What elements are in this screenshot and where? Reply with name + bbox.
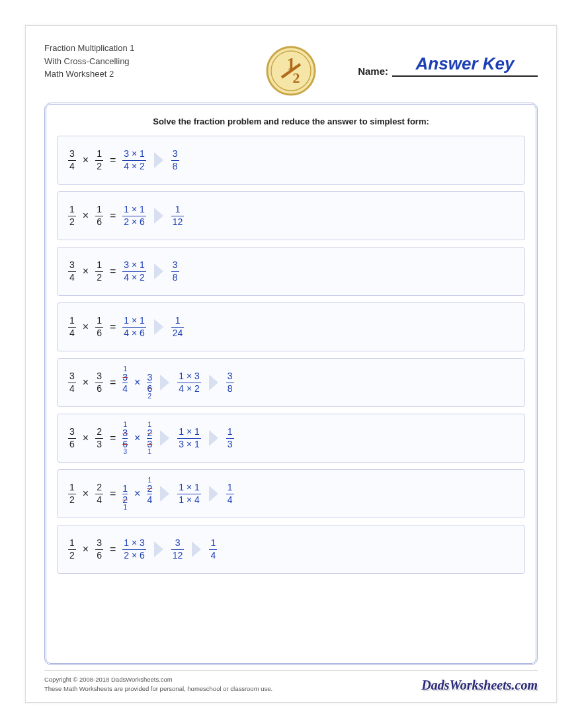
fraction: 36 [95,538,103,561]
cancel-fraction: 1363 [122,422,128,455]
arrow-icon [192,541,201,557]
fraction: 14 [226,482,234,505]
fraction: 1 × 11 × 4 [177,482,201,505]
fraction: 12 [95,260,103,283]
header: Fraction Multiplication 1 With Cross-Can… [44,42,538,114]
times-icon: × [81,210,90,222]
times-icon: × [81,488,90,500]
times-icon: × [81,154,90,166]
fraction: 1 × 34 × 2 [177,371,201,394]
fraction: 1 × 13 × 1 [177,427,201,449]
problem-row: 34× 12= 3 × 14 × 2 38 [57,247,525,296]
name-value: Answer Key [392,54,538,77]
fraction: 3 × 14 × 2 [122,260,146,283]
fraction: 12 [68,205,76,227]
fraction: 38 [171,260,179,283]
footer: Copyright © 2008-2018 DadsWorksheets.com… [44,670,538,693]
worksheet-page: Fraction Multiplication 1 With Cross-Can… [25,25,557,703]
times-icon: × [133,488,142,500]
arrow-icon [160,375,169,390]
times-icon: × [81,432,90,444]
arrow-icon [154,319,163,335]
fraction: 124 [171,316,185,338]
times-icon: × [133,377,142,388]
fraction: 36 [95,371,103,394]
name-label: Name: [358,66,388,77]
fraction: 312 [171,538,185,561]
footer-logo: DadsWorksheets.com [421,678,538,693]
equals-icon: = [108,432,117,444]
fraction: 12 [68,482,76,505]
fraction: 34 [68,149,76,171]
instruction: Solve the fraction problem and reduce th… [57,116,525,126]
title-line-2: With Cross-Cancelling [44,55,135,68]
fraction: 34 [68,260,76,283]
problem-row: 14× 16= 1 × 14 × 6 124 [57,302,525,351]
equals-icon: = [108,265,117,277]
fraction: 14 [68,316,76,338]
times-icon: × [81,377,90,388]
fraction: 16 [95,205,103,227]
arrow-icon [154,208,163,224]
fraction: 23 [95,427,103,449]
arrow-icon [154,541,163,557]
times-icon: × [81,321,90,333]
fraction: 14 [209,538,217,561]
equals-icon: = [108,210,117,222]
fraction: 24 [95,482,103,505]
footer-note: These Math Worksheets are provided for p… [44,684,272,693]
title-line-1: Fraction Multiplication 1 [44,42,135,55]
cancel-fraction: 124 [147,477,152,511]
name-block: Name: Answer Key [358,54,538,77]
problem-row: 34× 36= 134 × 362 1 × 34 × 2 38 [57,358,525,407]
worksheet-frame: Solve the fraction problem and reduce th… [44,103,538,665]
equals-icon: = [108,543,117,555]
arrow-icon [154,263,163,279]
cancel-fraction: 1231 [147,422,152,455]
arrow-icon [154,152,163,168]
fraction: 12 [68,538,76,561]
fraction: 1 × 32 × 6 [122,538,146,561]
arrow-icon [160,430,169,446]
arrow-icon [209,375,218,390]
title-block: Fraction Multiplication 1 With Cross-Can… [44,42,135,81]
equals-icon: = [108,321,117,333]
fraction: 1 × 12 × 6 [122,205,146,227]
svg-text:2: 2 [293,69,300,86]
fraction: 34 [68,371,76,394]
times-icon: × [81,543,90,555]
footer-text: Copyright © 2008-2018 DadsWorksheets.com… [44,675,272,693]
times-icon: × [133,432,142,444]
times-icon: × [81,265,90,277]
problem-row: 34× 12= 3 × 14 × 2 38 [57,136,525,185]
fraction: 38 [226,371,234,394]
problem-row: 12× 16= 1 × 12 × 6 112 [57,191,525,240]
arrow-icon [209,430,218,446]
problem-row: 12× 24= 121× 124 1 × 11 × 4 14 [57,469,525,518]
arrow-icon [209,486,218,502]
fraction: 38 [171,149,179,171]
fraction: 1 × 14 × 6 [122,316,146,338]
fraction: 36 [68,427,76,449]
problem-row: 36× 23= 1363× 1231 1 × 13 × 1 13 [57,414,525,463]
fraction: 13 [226,427,234,449]
cancel-fraction: 362 [147,366,152,400]
copyright: Copyright © 2008-2018 DadsWorksheets.com [44,675,272,684]
problem-row: 12× 36= 1 × 32 × 6 312 14 [57,525,525,574]
fraction-badge-icon: 1 2 [265,44,317,97]
cancel-fraction: 134 [122,366,128,400]
problem-list: 34× 12= 3 × 14 × 2 38 12× 16= 1 × 12 × 6… [57,136,525,574]
title-line-3: Math Worksheet 2 [44,68,135,81]
fraction: 16 [95,316,103,338]
cancel-fraction: 121 [122,477,128,511]
fraction: 112 [171,205,185,227]
fraction: 12 [95,149,103,171]
equals-icon: = [108,154,117,166]
equals-icon: = [108,377,117,388]
fraction: 3 × 14 × 2 [122,149,146,171]
arrow-icon [160,486,169,502]
equals-icon: = [108,488,117,500]
